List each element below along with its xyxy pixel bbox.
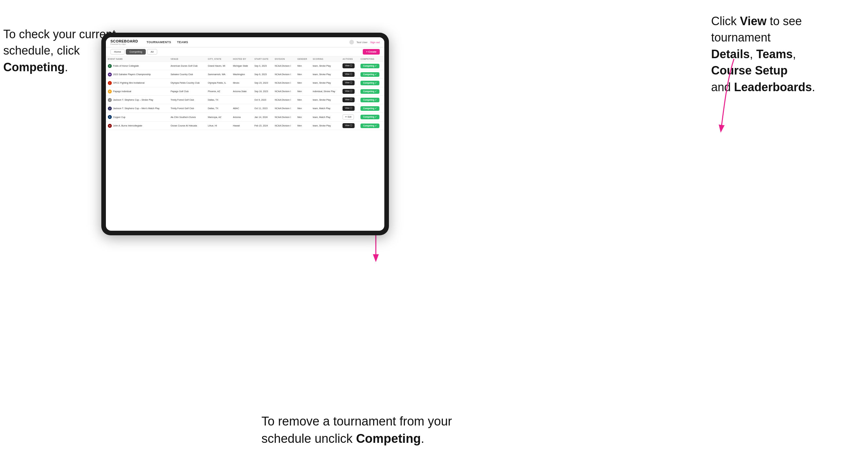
competing-button[interactable]: Competing ✓ (361, 89, 379, 94)
view-button[interactable]: View ⓘ (342, 63, 354, 68)
competing-button[interactable]: Competing ✓ (361, 106, 379, 111)
table-row: JJackson T. Stephens Cup – Stroke PlayTr… (106, 96, 384, 104)
cell-scoring: team, Match Play (311, 104, 341, 113)
nav-teams[interactable]: TEAMS (177, 40, 188, 44)
competing-button[interactable]: Competing ✓ (361, 98, 379, 102)
filter-competing[interactable]: Competing (126, 49, 146, 55)
team-logo: I (108, 81, 112, 85)
cell-start-date: Sep 4, 2023 (252, 62, 273, 70)
table-row: FFolds of Honor CollegiateAmerican Dunes… (106, 62, 384, 70)
event-name-text: John A. Burns Intercollegiate (113, 125, 142, 127)
cell-city-state: Dallas, TX (206, 104, 231, 113)
cell-division: NCAA Division I (273, 79, 296, 87)
view-button[interactable]: View ⓘ (342, 89, 354, 94)
event-name-text: OFCC Fighting Illini Invitational (113, 82, 145, 84)
table-row: IOFCC Fighting Illini InvitationalOlympi… (106, 79, 384, 87)
cell-actions: View ⓘ (341, 62, 359, 70)
cell-competing: Competing ✓ (359, 79, 384, 87)
cell-event-name: PPapago Individual (106, 87, 168, 96)
table-row: HJohn A. Burns IntercollegiateOcean Cour… (106, 122, 384, 130)
cell-city-state: Grand Haven, MI (206, 62, 231, 70)
right-annotation-course: Course Setup (711, 64, 787, 77)
cell-scoring: team, Stroke Play (311, 122, 341, 130)
cell-city-state: Sammamish, WA (206, 70, 231, 79)
right-annotation: Click View to see tournament Details, Te… (711, 13, 862, 95)
event-name-text: 2023 Sahalee Players Championship (113, 73, 151, 75)
cell-competing: Competing ✓ (359, 122, 384, 130)
competing-button[interactable]: Competing ✓ (361, 72, 379, 77)
view-button[interactable]: View ⓘ (342, 106, 354, 111)
bottom-annotation-competing: Competing (356, 432, 421, 445)
cell-gender: Men (296, 122, 311, 130)
col-event-name: EVENT NAME (106, 57, 168, 62)
col-actions: ACTIONS (341, 57, 359, 62)
col-scoring: SCORING (311, 57, 341, 62)
cell-actions: View ⓘ (341, 96, 359, 104)
team-logo: F (108, 64, 112, 68)
competing-button[interactable]: Competing ✓ (361, 124, 379, 128)
col-competing: COMPETING (359, 57, 384, 62)
sign-out-link[interactable]: Sign out (370, 41, 380, 44)
right-annotation-click: Click (711, 14, 737, 28)
cell-hosted-by: Hawaii (231, 122, 253, 130)
competing-button[interactable]: Competing ✓ (361, 64, 379, 68)
left-annotation-competing: Competing (3, 60, 65, 74)
table-row: W2023 Sahalee Players ChampionshipSahale… (106, 70, 384, 79)
cell-venue: Papago Golf Club (168, 87, 206, 96)
event-name-text: Jackson T. Stephens Cup – Men's Match Pl… (113, 107, 159, 110)
cell-start-date: Sep 9, 2023 (252, 70, 273, 79)
view-button[interactable]: View ⓘ (342, 72, 354, 77)
user-avatar-icon (349, 40, 354, 44)
left-annotation-period: . (65, 60, 68, 74)
table-header: EVENT NAME VENUE CITY, STATE HOSTED BY S… (106, 57, 384, 62)
filter-home[interactable]: Home (111, 49, 125, 55)
cell-gender: Men (296, 87, 311, 96)
create-button[interactable]: + Create (363, 49, 380, 55)
cell-event-name: HJohn A. Burns Intercollegiate (106, 122, 168, 130)
col-gender: GENDER (296, 57, 311, 62)
right-annotation-and: and (711, 81, 731, 94)
view-button[interactable]: View ⓘ (342, 97, 354, 102)
right-annotation-leaderboards: Leaderboards (734, 81, 812, 94)
cell-city-state: Dallas, TX (206, 96, 231, 104)
cell-event-name: JJackson T. Stephens Cup – Stroke Play (106, 96, 168, 104)
event-name-text: Papago Individual (113, 90, 131, 92)
cell-start-date: Sep 15, 2023 (252, 79, 273, 87)
cell-actions: View ⓘ (341, 87, 359, 96)
view-button[interactable]: View ⓘ (342, 81, 354, 85)
cell-division: NCAA Division I (273, 96, 296, 104)
cell-actions: View ⓘ (341, 104, 359, 113)
event-name-text: Copper Cup (113, 116, 125, 118)
nav-tournaments[interactable]: TOURNAMENTS (147, 40, 171, 44)
cell-division: NCAA Division I (273, 104, 296, 113)
tournaments-table-container: EVENT NAME VENUE CITY, STATE HOSTED BY S… (106, 57, 384, 231)
cell-hosted-by (231, 96, 253, 104)
tablet-screen: SCOREBOARD Powered by clippi TOURNAMENTS… (106, 37, 384, 231)
cell-event-name: ACopper Cup (106, 113, 168, 122)
team-logo: J (108, 106, 112, 111)
competing-button[interactable]: Competing ✓ (361, 115, 379, 119)
tablet-frame: SCOREBOARD Powered by clippi TOURNAMENTS… (101, 33, 389, 235)
cell-gender: Men (296, 70, 311, 79)
cell-start-date: Jan 14, 2024 (252, 113, 273, 122)
event-name-text: Jackson T. Stephens Cup – Stroke Play (113, 99, 153, 101)
scoreboard-title: SCOREBOARD (111, 39, 138, 43)
right-annotation-view: View (740, 14, 766, 28)
team-logo: W (108, 72, 112, 76)
cell-division: NCAA Division I (273, 122, 296, 130)
filter-all[interactable]: All (147, 49, 157, 55)
competing-button[interactable]: Competing ✓ (361, 81, 379, 85)
view-button[interactable]: View ⓘ (342, 123, 354, 128)
cell-event-name: JJackson T. Stephens Cup – Men's Match P… (106, 104, 168, 113)
cell-competing: Competing ✓ (359, 113, 384, 122)
cell-competing: Competing ✓ (359, 96, 384, 104)
cell-scoring: team, Stroke Play (311, 62, 341, 70)
cell-hosted-by: Michigan State (231, 62, 253, 70)
cell-event-name: W2023 Sahalee Players Championship (106, 70, 168, 79)
cell-hosted-by: Washington (231, 70, 253, 79)
cell-division: NCAA Division I (273, 87, 296, 96)
cell-division: NCAA Division I (273, 70, 296, 79)
cell-event-name: IOFCC Fighting Illini Invitational (106, 79, 168, 87)
edit-button[interactable]: ✏ Edit (342, 114, 354, 120)
cell-actions: ✏ Edit (341, 113, 359, 122)
